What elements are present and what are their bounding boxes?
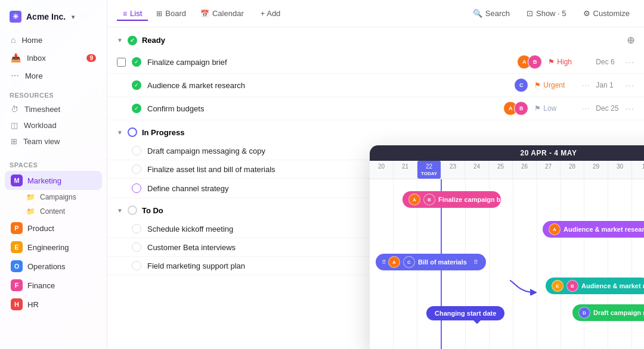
resources-section-label: Resources: [0, 85, 107, 101]
todo-status-dot: [128, 205, 137, 215]
show-button[interactable]: ⊡ Show · 5: [522, 7, 571, 20]
gantt-bar-audience[interactable]: A Audience & market research: [543, 221, 644, 238]
bar-label: Bill of materials: [418, 258, 467, 266]
sidebar-item-operations[interactable]: O Operations: [5, 257, 102, 276]
sidebar-logo-text: Acme Inc.: [26, 12, 66, 21]
sidebar-item-timesheet-label: Timesheet: [24, 105, 60, 114]
ready-toggle[interactable]: ▼: [117, 37, 123, 43]
flag-icon: ⚑: [548, 58, 555, 66]
gantt-bar-finalize[interactable]: A B Finalize campaign brief: [402, 191, 501, 208]
task-checkbox[interactable]: [132, 242, 141, 252]
gantt-col: [537, 179, 561, 349]
gantt-date-cell: 27: [537, 161, 561, 179]
bar-handle-right-icon[interactable]: ⠿: [473, 259, 478, 266]
priority-flag: ⚑ Low: [534, 104, 576, 113]
task-checkbox[interactable]: [132, 164, 141, 174]
gantt-dates: 20 21 22TODAY 23 24 25 26 27 28 29 30 1 …: [370, 161, 644, 179]
gantt-col: [513, 179, 537, 349]
gantt-date-cell: 28: [561, 161, 584, 179]
sidebar-item-product[interactable]: P Product: [5, 219, 102, 238]
sidebar-item-engineering[interactable]: E Engineering: [5, 238, 102, 257]
bar-avatar: C: [403, 256, 415, 268]
todo-toggle[interactable]: ▼: [117, 207, 123, 214]
tab-calendar-label: Calendar: [212, 9, 244, 18]
task-checkbox-finalize[interactable]: [117, 58, 126, 67]
task-more-button[interactable]: ···: [626, 80, 634, 90]
tab-board[interactable]: ⊞ Board: [150, 6, 192, 21]
task-avatars: C: [514, 78, 528, 92]
sidebar-item-timesheet[interactable]: ⏱ Timesheet: [5, 101, 102, 117]
sidebar-item-hr[interactable]: H HR: [5, 295, 102, 314]
toolbar-right: 🔍 Search ⊡ Show · 5 ⚙ Customize: [468, 7, 634, 20]
tab-board-label: Board: [165, 9, 186, 18]
gantt-date-cell: 21: [394, 161, 417, 179]
sidebar-item-more[interactable]: ⋯ More: [5, 67, 102, 85]
spaces-section-label: Spaces: [0, 154, 107, 171]
sidebar-item-teamview[interactable]: ⊞ Team view: [5, 133, 102, 149]
gantt-col: [608, 179, 632, 349]
task-more-button[interactable]: ···: [626, 104, 634, 113]
hr-dot: H: [11, 298, 23, 310]
gear-icon: ⚙: [583, 9, 590, 18]
show-label: Show · 5: [536, 9, 566, 18]
task-checkbox[interactable]: [132, 261, 141, 270]
sidebar-item-workload[interactable]: ◫ Workload: [5, 117, 102, 133]
ready-label: Ready: [142, 36, 165, 45]
search-button[interactable]: 🔍 Search: [468, 7, 515, 20]
tab-calendar[interactable]: 📅 Calendar: [194, 6, 250, 21]
task-row[interactable]: ✓ Finalize campaign brief A B ⚑ High Dec…: [107, 51, 644, 74]
bar-avatar: E: [552, 280, 564, 292]
task-checkbox[interactable]: [132, 183, 141, 193]
gantt-bar-materials[interactable]: ⠿ A C Bill of materials ⠿: [376, 254, 486, 270]
inprogress-toggle[interactable]: ▼: [117, 129, 123, 136]
gantt-bar-audience2[interactable]: E B Audience & market research ●: [546, 278, 644, 294]
add-button[interactable]: + Add: [255, 6, 287, 21]
sidebar-item-content[interactable]: 📁 Content: [5, 204, 102, 219]
gantt-bar-draft[interactable]: D Draft campaign messaging: [572, 304, 644, 321]
bar-avatar: A: [388, 256, 400, 268]
ready-status-dot: ✓: [128, 36, 137, 45]
sidebar-item-home[interactable]: ⌂ Home: [5, 31, 102, 49]
task-row[interactable]: ✓ Confirm budgets A B ⚑ Low ··· Dec 25 ·…: [107, 97, 644, 120]
folder-campaigns-icon: 📁: [26, 193, 35, 201]
gantt-date-cell: 25: [489, 161, 513, 179]
bar-avatar: D: [578, 307, 590, 319]
task-avatars: A B: [517, 55, 542, 69]
sidebar-item-home-label: Home: [21, 36, 42, 45]
avatar: C: [514, 78, 528, 92]
bar-avatar: A: [408, 194, 420, 205]
sidebar-nav: ⌂ Home 📥 Inbox 9 ⋯ More: [0, 31, 107, 85]
task-checkbox[interactable]: [132, 224, 141, 233]
task-row[interactable]: ✓ Audience & market research C ⚑ Urgent …: [107, 74, 644, 97]
priority-label: High: [557, 58, 572, 66]
sidebar-item-campaigns-label: Campaigns: [40, 193, 76, 201]
gantt-tooltip: Changing start date: [426, 306, 504, 320]
gantt-col: [584, 179, 608, 349]
priority-dots: ···: [582, 104, 590, 113]
task-date: Dec 25: [596, 104, 620, 113]
task-complete-icon: ✓: [132, 57, 141, 67]
inbox-icon: 📥: [11, 53, 21, 63]
ready-add-button[interactable]: ⊕: [627, 35, 634, 46]
gantt-date-cell: 30: [608, 161, 632, 179]
sidebar-item-inbox[interactable]: 📥 Inbox 9: [5, 49, 102, 67]
priority-flag: ⚑ Urgent: [534, 81, 576, 89]
task-name: Confirm budgets: [147, 104, 497, 113]
gantt-header: 20 APR - 4 MAY: [370, 145, 644, 161]
bar-handle-icon[interactable]: ⠿: [382, 259, 386, 266]
sidebar-item-finance[interactable]: F Finance: [5, 276, 102, 295]
gantt-today-cell: 22TODAY: [417, 161, 441, 179]
inbox-badge: 9: [86, 54, 96, 62]
customize-button[interactable]: ⚙ Customize: [578, 7, 634, 20]
task-checkbox[interactable]: [132, 146, 141, 155]
sidebar-item-marketing[interactable]: M Marketing: [5, 171, 102, 190]
workload-icon: ◫: [11, 121, 18, 130]
gantt-date-cell: 24: [465, 161, 489, 179]
tab-list[interactable]: ≡ List: [117, 6, 148, 21]
sidebar-item-campaigns[interactable]: 📁 Campaigns: [5, 190, 102, 204]
task-more-button[interactable]: ···: [626, 57, 634, 67]
sidebar-logo[interactable]: ✳ Acme Inc. ▾: [0, 7, 107, 31]
more-icon: ⋯: [11, 71, 19, 80]
bar-label: Audience & market research: [581, 282, 644, 289]
bar-avatar: A: [549, 223, 561, 235]
